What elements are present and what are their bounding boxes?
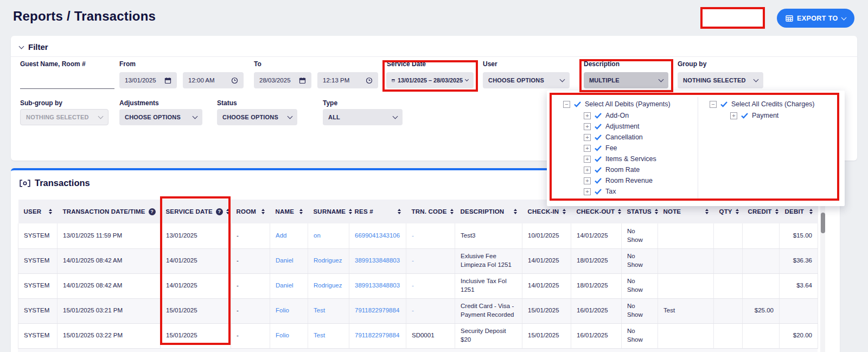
cell-link[interactable]: Rodriguez: [314, 282, 342, 289]
collapse-icon[interactable]: −: [563, 101, 570, 108]
from-date-input[interactable]: 13/01/2025: [119, 72, 177, 88]
group-by-dropdown[interactable]: NOTHING SELECTED: [678, 72, 763, 88]
description-label: Description: [584, 60, 620, 68]
table-cell: 14/01/2025 08:42 AM: [58, 273, 161, 298]
column-header-name[interactable]: NAME: [270, 200, 308, 223]
service-date-label: Service Date: [387, 60, 426, 68]
to-time-input[interactable]: 12:13 PM: [317, 72, 378, 88]
tree-item-cancellation[interactable]: +Cancellation: [584, 133, 643, 141]
tree-item-fee[interactable]: +Fee: [584, 144, 617, 152]
table-cell: 15/01/2025: [522, 298, 571, 323]
to-date-input[interactable]: 28/03/2025: [254, 72, 311, 88]
cell-link[interactable]: on: [314, 232, 321, 239]
table-cell: 14/01/2025: [161, 273, 231, 298]
tree-item-room-revenue[interactable]: +Room Revenue: [584, 177, 653, 184]
expand-icon[interactable]: +: [584, 188, 591, 195]
cell-link[interactable]: Daniel: [276, 282, 293, 289]
chevron-down-icon: [754, 77, 759, 82]
type-dropdown[interactable]: ALL: [323, 109, 403, 125]
tree-item-label: Add-On: [605, 112, 629, 119]
column-header-user[interactable]: USER: [18, 200, 58, 223]
from-time-input[interactable]: 12:00 AM: [183, 72, 244, 88]
help-icon[interactable]: ?: [149, 208, 156, 215]
table-cell: 18/01/2025: [571, 248, 622, 273]
tree-item-items-services[interactable]: +Items & Services: [584, 155, 656, 163]
column-header-surname[interactable]: SURNAME: [308, 200, 349, 223]
table-cell: 14/01/2025: [571, 223, 622, 248]
user-dropdown[interactable]: CHOOSE OPTIONS: [483, 72, 570, 88]
cell-link[interactable]: Test: [314, 332, 325, 338]
expand-icon[interactable]: +: [584, 145, 591, 152]
sort-icon: [705, 209, 709, 215]
sort-icon: [299, 209, 303, 215]
cell-link[interactable]: Daniel: [276, 257, 293, 264]
guest-name-input[interactable]: [20, 73, 114, 89]
cell-link[interactable]: Folio: [276, 307, 289, 313]
table-cell: No Show: [622, 323, 658, 348]
service-date-range-input[interactable]: 13/01/2025 – 28/03/2025: [386, 72, 474, 88]
cell-link[interactable]: 3899133848803: [355, 257, 400, 264]
divider: [11, 56, 857, 57]
column-header-description[interactable]: DESCRIPTION: [455, 200, 522, 223]
table-grid-icon: [786, 15, 793, 22]
cell-link[interactable]: 7911822979884: [355, 332, 399, 338]
expand-icon[interactable]: +: [584, 177, 591, 184]
cell-link[interactable]: Rodriguez: [314, 257, 342, 264]
tree-item-payment[interactable]: +Payment: [730, 112, 778, 119]
filter-section-toggle[interactable]: Filter: [20, 42, 48, 52]
expand-icon[interactable]: +: [584, 123, 591, 130]
table-row: SYSTEM14/01/2025 08:42 AM14/01/2025-Dani…: [18, 273, 818, 298]
chevron-down-icon: [841, 15, 846, 20]
cell-link[interactable]: 6699041343106: [355, 232, 400, 239]
column-header-room[interactable]: ROOM: [231, 200, 270, 223]
column-header-transaction-date-time[interactable]: TRANSACTION DATE/TIME?: [58, 200, 161, 223]
cell-link[interactable]: Add: [276, 232, 286, 239]
tree-item-add-on[interactable]: +Add-On: [584, 112, 629, 119]
table-cell: 15/01/2025: [161, 298, 231, 323]
table-cell: [714, 248, 743, 273]
table-cell: [714, 223, 743, 248]
tree-item-tax[interactable]: +Tax: [584, 188, 616, 195]
table-scrollbar-thumb[interactable]: [821, 213, 825, 233]
expand-icon[interactable]: +: [584, 156, 591, 163]
expand-icon[interactable]: +: [584, 167, 591, 174]
export-to-button[interactable]: EXPORT TO: [777, 9, 854, 28]
cell-link[interactable]: Test: [314, 307, 325, 313]
cell-link[interactable]: 3899133848803: [355, 282, 400, 289]
column-header-service-date[interactable]: SERVICE DATE?: [161, 200, 231, 223]
column-header-res[interactable]: RES #: [349, 200, 406, 223]
tree-item-label: Fee: [605, 144, 617, 152]
adjustments-dropdown[interactable]: CHOOSE OPTIONS: [119, 109, 202, 125]
tree-item-adjustment[interactable]: +Adjustment: [584, 123, 640, 130]
expand-icon[interactable]: +: [730, 112, 737, 119]
sub-group-by-label: Sub-group by: [20, 99, 62, 107]
to-time-value: 12:13 PM: [323, 77, 349, 84]
table-cell: 3899133848803: [349, 273, 406, 298]
table-cell: -: [231, 273, 270, 298]
tree-item-select-all-credits-charges[interactable]: −Select All Credits (Charges): [710, 100, 815, 108]
check-icon: [595, 124, 602, 130]
description-dropdown[interactable]: MULTIPLE: [584, 72, 668, 88]
help-icon[interactable]: ?: [216, 208, 223, 215]
column-header-trn-code[interactable]: TRN. CODE: [406, 200, 455, 223]
tree-item-select-all-debits-payments[interactable]: −Select All Debits (Payments): [563, 100, 671, 108]
check-icon: [720, 101, 727, 107]
table-cell: 14/01/2025 08:42 AM: [58, 248, 161, 273]
from-time-value: 12:00 AM: [188, 77, 215, 84]
expand-icon[interactable]: +: [584, 134, 591, 141]
cell-link[interactable]: Folio: [276, 332, 289, 338]
tree-item-room-rate[interactable]: +Room Rate: [584, 166, 640, 174]
tree-item-label: Room Revenue: [605, 177, 653, 184]
sub-group-by-value: NOTHING SELECTED: [26, 114, 89, 120]
table-cell: Security Deposit $20: [455, 323, 522, 348]
status-dropdown[interactable]: CHOOSE OPTIONS: [217, 109, 297, 125]
table-cell: [714, 298, 743, 323]
sub-group-by-dropdown[interactable]: NOTHING SELECTED: [20, 109, 108, 125]
table-cell: Inclusive Tax Fol 1251: [455, 273, 522, 298]
cell-link[interactable]: 7911822979884: [355, 307, 399, 313]
collapse-icon[interactable]: −: [710, 101, 717, 108]
expand-icon[interactable]: +: [584, 112, 591, 119]
check-icon: [595, 178, 602, 184]
status-value: CHOOSE OPTIONS: [222, 114, 278, 120]
service-date-value: 13/01/2025 – 28/03/2025: [398, 77, 463, 84]
